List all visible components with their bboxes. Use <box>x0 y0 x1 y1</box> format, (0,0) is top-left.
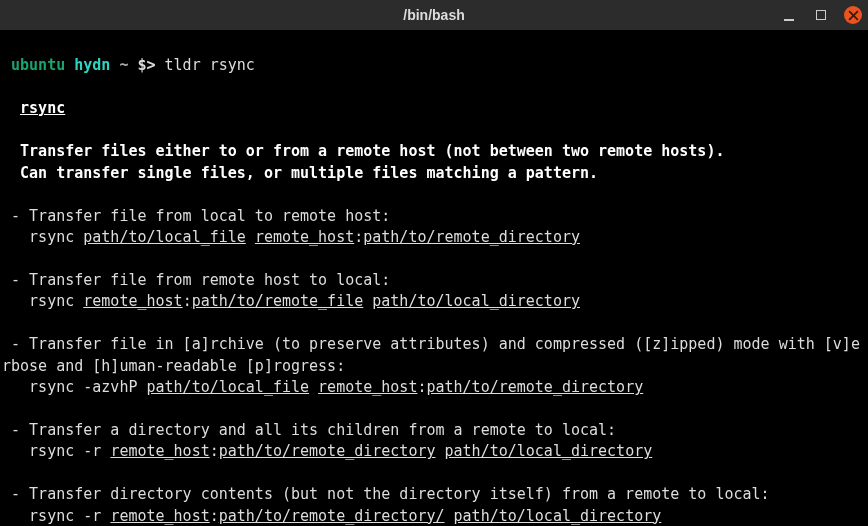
tldr-entry-label: - Transfer a directory and all its child… <box>2 421 616 439</box>
tldr-entry-command: rsync path/to/local_file remote_host:pat… <box>2 228 580 246</box>
close-icon[interactable] <box>844 6 862 24</box>
tldr-sep <box>309 378 318 396</box>
tldr-sep: : <box>210 507 219 525</box>
minimize-icon[interactable] <box>780 6 798 24</box>
tldr-arg: path/to/local_directory <box>454 507 662 525</box>
tldr-entry-command: rsync remote_host:path/to/remote_file pa… <box>2 292 580 310</box>
tldr-sep <box>436 442 445 460</box>
tldr-arg: remote_host <box>110 442 209 460</box>
window-titlebar: /bin/bash <box>0 0 868 30</box>
tldr-sep: : <box>354 228 363 246</box>
tldr-arg: path/to/remote_directory <box>219 442 436 460</box>
tldr-arg: remote_host <box>255 228 354 246</box>
terminal-output[interactable]: ubuntu hydn ~ $> tldr rsync rsync Transf… <box>0 30 868 526</box>
tldr-entry-label: - Transfer file in [a]rchive (to preserv… <box>2 335 860 374</box>
tldr-desc-line2: Can transfer single files, or multiple f… <box>20 164 598 182</box>
prompt-cwd: ~ <box>119 56 128 74</box>
tldr-arg: path/to/remote_directory <box>363 228 580 246</box>
tldr-arg: path/to/local_file <box>83 228 246 246</box>
tldr-sep <box>363 292 372 310</box>
tldr-sep <box>246 228 255 246</box>
prompt-user: ubuntu <box>11 56 65 74</box>
tldr-entry-label: - Transfer file from local to remote hos… <box>2 207 390 225</box>
tldr-arg: path/to/remote_directory <box>426 378 643 396</box>
tldr-arg: path/to/local_directory <box>445 442 653 460</box>
tldr-entry-command: rsync -r remote_host:path/to/remote_dire… <box>2 507 661 525</box>
prompt-line: ubuntu hydn ~ $> tldr rsync <box>2 56 255 74</box>
maximize-icon[interactable] <box>812 6 830 24</box>
tldr-entries: - Transfer file from local to remote hos… <box>2 207 868 527</box>
tldr-arg: path/to/local_file <box>147 378 310 396</box>
tldr-desc-line1: Transfer files either to or from a remot… <box>20 142 724 160</box>
prompt-host: hydn <box>74 56 110 74</box>
tldr-arg: path/to/remote_directory/ <box>219 507 445 525</box>
tldr-arg: remote_host <box>83 292 182 310</box>
window-title: /bin/bash <box>403 7 464 23</box>
tldr-entry-label: - Transfer directory contents (but not t… <box>2 485 770 503</box>
prompt-symbol: $> <box>137 56 155 74</box>
tldr-arg: path/to/remote_file <box>192 292 364 310</box>
tldr-arg: path/to/local_directory <box>372 292 580 310</box>
tldr-arg: remote_host <box>110 507 209 525</box>
command-text: tldr rsync <box>165 56 255 74</box>
tldr-sep: : <box>183 292 192 310</box>
tldr-title: rsync <box>20 99 65 117</box>
tldr-arg: remote_host <box>318 378 417 396</box>
tldr-sep: : <box>210 442 219 460</box>
tldr-entry-command: rsync -azvhP path/to/local_file remote_h… <box>2 378 643 396</box>
tldr-sep <box>445 507 454 525</box>
tldr-entry-command: rsync -r remote_host:path/to/remote_dire… <box>2 442 652 460</box>
window-controls <box>780 6 862 24</box>
tldr-entry-label: - Transfer file from remote host to loca… <box>2 271 390 289</box>
